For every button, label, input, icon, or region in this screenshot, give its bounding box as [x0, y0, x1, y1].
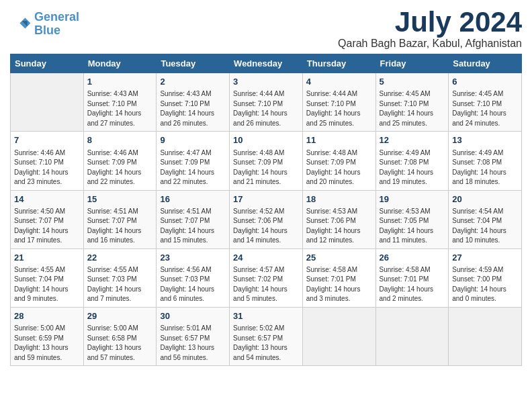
- day-info: Sunrise: 4:59 AMSunset: 7:00 PMDaylight:…: [452, 265, 518, 304]
- day-info: Sunrise: 4:45 AMSunset: 7:10 PMDaylight:…: [380, 89, 445, 128]
- calendar-cell: [449, 307, 522, 365]
- day-number: 17: [233, 193, 299, 205]
- calendar-cell: 6Sunrise: 4:45 AMSunset: 7:10 PMDaylight…: [449, 73, 522, 132]
- calendar-cell: 29Sunrise: 5:00 AMSunset: 6:58 PMDayligh…: [83, 307, 157, 365]
- day-number: 6: [452, 76, 518, 88]
- day-number: 20: [452, 193, 518, 205]
- calendar-cell: 14Sunrise: 4:50 AMSunset: 7:07 PMDayligh…: [11, 190, 84, 248]
- column-header-monday: Monday: [83, 54, 157, 73]
- calendar-cell: 24Sunrise: 4:57 AMSunset: 7:02 PMDayligh…: [230, 248, 303, 307]
- day-number: 1: [87, 76, 153, 88]
- day-number: 19: [380, 193, 445, 205]
- month-title: July 2024: [338, 7, 522, 38]
- day-info: Sunrise: 4:58 AMSunset: 7:01 PMDaylight:…: [306, 265, 372, 304]
- day-number: 13: [452, 134, 518, 146]
- day-info: Sunrise: 4:44 AMSunset: 7:10 PMDaylight:…: [306, 89, 372, 128]
- calendar-week-row: 14Sunrise: 4:50 AMSunset: 7:07 PMDayligh…: [11, 190, 522, 248]
- calendar-cell: 12Sunrise: 4:49 AMSunset: 7:08 PMDayligh…: [375, 132, 449, 190]
- calendar-cell: 3Sunrise: 4:44 AMSunset: 7:10 PMDaylight…: [230, 73, 303, 132]
- logo-line2: Blue: [34, 24, 60, 37]
- day-info: Sunrise: 4:48 AMSunset: 7:09 PMDaylight:…: [306, 148, 372, 187]
- location-subtitle: Qarah Bagh Bazar, Kabul, Afghanistan: [338, 38, 522, 50]
- day-number: 2: [160, 76, 226, 88]
- day-info: Sunrise: 4:43 AMSunset: 7:10 PMDaylight:…: [160, 89, 226, 128]
- calendar-cell: 15Sunrise: 4:51 AMSunset: 7:07 PMDayligh…: [83, 190, 157, 248]
- day-info: Sunrise: 4:51 AMSunset: 7:07 PMDaylight:…: [160, 207, 226, 246]
- calendar-cell: 27Sunrise: 4:59 AMSunset: 7:00 PMDayligh…: [449, 248, 522, 307]
- calendar-cell: 9Sunrise: 4:47 AMSunset: 7:09 PMDaylight…: [157, 132, 230, 190]
- calendar-cell: 2Sunrise: 4:43 AMSunset: 7:10 PMDaylight…: [157, 73, 230, 132]
- logo-text: General Blue: [34, 11, 79, 38]
- calendar-cell: [11, 73, 84, 132]
- day-number: 8: [87, 134, 153, 146]
- column-header-thursday: Thursday: [302, 54, 375, 73]
- day-info: Sunrise: 4:46 AMSunset: 7:10 PMDaylight:…: [14, 148, 80, 187]
- logo-line1: General: [34, 10, 79, 24]
- day-info: Sunrise: 5:00 AMSunset: 6:59 PMDaylight:…: [14, 324, 80, 363]
- day-number: 7: [14, 134, 80, 146]
- day-number: 22: [87, 252, 153, 264]
- calendar-cell: 20Sunrise: 4:54 AMSunset: 7:04 PMDayligh…: [449, 190, 522, 248]
- day-info: Sunrise: 4:44 AMSunset: 7:10 PMDaylight:…: [233, 89, 299, 128]
- calendar-cell: [302, 307, 375, 365]
- day-number: 25: [306, 252, 372, 264]
- calendar-cell: 1Sunrise: 4:43 AMSunset: 7:10 PMDaylight…: [83, 73, 157, 132]
- column-header-sunday: Sunday: [11, 54, 84, 73]
- column-header-tuesday: Tuesday: [157, 54, 230, 73]
- day-number: 28: [14, 310, 80, 322]
- day-info: Sunrise: 5:02 AMSunset: 6:57 PMDaylight:…: [233, 324, 299, 363]
- calendar-cell: 8Sunrise: 4:46 AMSunset: 7:09 PMDaylight…: [83, 132, 157, 190]
- calendar-cell: 17Sunrise: 4:52 AMSunset: 7:06 PMDayligh…: [230, 190, 303, 248]
- calendar-cell: 13Sunrise: 4:49 AMSunset: 7:08 PMDayligh…: [449, 132, 522, 190]
- day-number: 16: [160, 193, 226, 205]
- calendar-week-row: 21Sunrise: 4:55 AMSunset: 7:04 PMDayligh…: [11, 248, 522, 307]
- day-number: 18: [306, 193, 372, 205]
- day-info: Sunrise: 4:47 AMSunset: 7:09 PMDaylight:…: [160, 148, 226, 187]
- day-info: Sunrise: 4:55 AMSunset: 7:04 PMDaylight:…: [14, 265, 80, 304]
- logo-icon: [10, 13, 32, 35]
- calendar-week-row: 28Sunrise: 5:00 AMSunset: 6:59 PMDayligh…: [11, 307, 522, 365]
- day-info: Sunrise: 4:53 AMSunset: 7:05 PMDaylight:…: [380, 207, 445, 246]
- day-info: Sunrise: 4:58 AMSunset: 7:01 PMDaylight:…: [380, 265, 445, 304]
- calendar-cell: 16Sunrise: 4:51 AMSunset: 7:07 PMDayligh…: [157, 190, 230, 248]
- day-number: 14: [14, 193, 80, 205]
- day-number: 4: [306, 76, 372, 88]
- calendar-header-row: SundayMondayTuesdayWednesdayThursdayFrid…: [11, 54, 522, 73]
- day-info: Sunrise: 4:45 AMSunset: 7:10 PMDaylight:…: [452, 89, 518, 128]
- calendar-cell: 25Sunrise: 4:58 AMSunset: 7:01 PMDayligh…: [302, 248, 375, 307]
- calendar-cell: 31Sunrise: 5:02 AMSunset: 6:57 PMDayligh…: [230, 307, 303, 365]
- day-info: Sunrise: 4:48 AMSunset: 7:09 PMDaylight:…: [233, 148, 299, 187]
- calendar-cell: 22Sunrise: 4:55 AMSunset: 7:03 PMDayligh…: [83, 248, 157, 307]
- calendar-cell: 21Sunrise: 4:55 AMSunset: 7:04 PMDayligh…: [11, 248, 84, 307]
- day-number: 15: [87, 193, 153, 205]
- day-number: 9: [160, 134, 226, 146]
- calendar-cell: 19Sunrise: 4:53 AMSunset: 7:05 PMDayligh…: [375, 190, 449, 248]
- day-info: Sunrise: 4:52 AMSunset: 7:06 PMDaylight:…: [233, 207, 299, 246]
- day-number: 30: [160, 310, 226, 322]
- column-header-saturday: Saturday: [449, 54, 522, 73]
- day-info: Sunrise: 5:01 AMSunset: 6:57 PMDaylight:…: [160, 324, 226, 363]
- day-number: 21: [14, 252, 80, 264]
- day-info: Sunrise: 4:53 AMSunset: 7:06 PMDaylight:…: [306, 207, 372, 246]
- day-info: Sunrise: 4:55 AMSunset: 7:03 PMDaylight:…: [87, 265, 153, 304]
- column-header-wednesday: Wednesday: [230, 54, 303, 73]
- page-header: General Blue July 2024 Qarah Bagh Bazar,…: [10, 7, 522, 50]
- day-info: Sunrise: 4:50 AMSunset: 7:07 PMDaylight:…: [14, 207, 80, 246]
- column-header-friday: Friday: [375, 54, 449, 73]
- day-info: Sunrise: 4:56 AMSunset: 7:03 PMDaylight:…: [160, 265, 226, 304]
- calendar-cell: 10Sunrise: 4:48 AMSunset: 7:09 PMDayligh…: [230, 132, 303, 190]
- calendar-cell: 4Sunrise: 4:44 AMSunset: 7:10 PMDaylight…: [302, 73, 375, 132]
- day-number: 24: [233, 252, 299, 264]
- day-info: Sunrise: 5:00 AMSunset: 6:58 PMDaylight:…: [87, 324, 153, 363]
- day-number: 3: [233, 76, 299, 88]
- logo: General Blue: [10, 11, 79, 38]
- day-info: Sunrise: 4:57 AMSunset: 7:02 PMDaylight:…: [233, 265, 299, 304]
- calendar-week-row: 1Sunrise: 4:43 AMSunset: 7:10 PMDaylight…: [11, 73, 522, 132]
- calendar-cell: 28Sunrise: 5:00 AMSunset: 6:59 PMDayligh…: [11, 307, 84, 365]
- day-number: 29: [87, 310, 153, 322]
- day-info: Sunrise: 4:43 AMSunset: 7:10 PMDaylight:…: [87, 89, 153, 128]
- day-number: 26: [380, 252, 445, 264]
- day-number: 23: [160, 252, 226, 264]
- day-number: 27: [452, 252, 518, 264]
- day-info: Sunrise: 4:46 AMSunset: 7:09 PMDaylight:…: [87, 148, 153, 187]
